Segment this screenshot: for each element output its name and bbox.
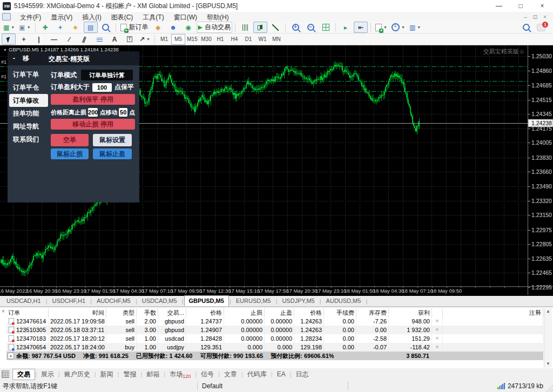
scroll-down-icon[interactable]: ▼ [544,361,552,366]
chart-bars-button[interactable] [238,22,252,33]
terminal-tab-10[interactable]: EA [273,369,290,380]
timeframe-m15[interactable]: M15 [185,34,199,45]
column-header-11[interactable]: 获利 [389,308,432,317]
table-row[interactable]: 1234701832022.05.17 18:20:12sell1.00usdc… [6,334,543,343]
trail-step-input[interactable]: 50 [119,108,127,117]
column-header-4[interactable]: 交易... [158,308,186,317]
chart-close-button[interactable]: × [540,13,550,21]
column-header-9[interactable]: 手续费 [324,308,356,317]
minimize-button[interactable]: — [488,0,510,12]
terminal-close-icon[interactable]: × [2,309,5,314]
chart-tab-usdchfh1[interactable]: USDCHF,H1 [48,296,90,306]
terminal-tab-8[interactable]: 文章 [220,369,241,380]
mouse-settings-button[interactable]: 鼠标设置 [93,134,132,146]
terminal-tab-7[interactable]: 信号 [197,369,218,380]
mouse-takeprofit-button[interactable]: 鼠标止盈 [93,148,132,159]
new-order-button[interactable]: +新订单 [119,22,150,33]
menu-item-2[interactable]: 插入(I) [77,13,106,21]
text-tool[interactable]: A [107,33,122,45]
column-header-2[interactable]: 类型 [106,308,137,317]
chart-tab-audusdm5[interactable]: AUDUSD,M5 [322,296,366,306]
terminal-tab-11[interactable]: 日志 [292,369,313,380]
arrows-tool[interactable]: ↗▼ [138,33,152,45]
chart-tab-usdcadm5[interactable]: USDCAD,M5 [138,296,181,306]
resize-grip[interactable] [545,384,553,392]
zoom-in-button[interactable]: + [288,22,302,33]
terminal-scrollbar[interactable]: ▲ ▼ [544,308,552,368]
close-position-icon[interactable]: × [432,343,443,352]
terminal-tab-3[interactable]: 新闻 [96,369,118,380]
timeframe-m30[interactable]: M30 [199,34,213,45]
column-header-5[interactable]: 价格 [186,308,224,317]
notifications-icon[interactable]: 1 [534,22,548,33]
column-header-7[interactable]: 止盈 [265,308,294,317]
horizontal-line-tool[interactable]: — [47,33,61,45]
column-header-10[interactable]: 库存费 [356,308,389,317]
table-row[interactable]: 1235103052022.05.18 03:37:11sell3.00gbpu… [6,326,543,334]
column-header-1[interactable]: 时间 [49,308,106,317]
trendline-tool[interactable]: ∕ [62,33,76,45]
mouse-stoploss-button[interactable]: 鼠标止损 [51,148,89,159]
chart-minimize-button[interactable]: – [521,13,530,21]
timeframe-d1[interactable]: D1 [241,34,255,45]
fibonacci-tool[interactable] [92,33,106,45]
timeframe-h1[interactable]: H1 [213,34,227,45]
menu-item-4[interactable]: 工具(T) [138,13,168,21]
column-header-13[interactable]: 注释 [443,308,543,317]
column-header-8[interactable]: 价格 [294,308,324,317]
panel-menu-item-5[interactable]: 联系我们 [8,133,50,146]
auto-scroll-toggle[interactable]: ▸ [339,22,353,33]
menu-item-0[interactable]: 文件(F) [15,13,46,21]
terminal-tab-1[interactable]: 展示 [37,369,58,380]
crosshair-tool[interactable]: + [17,33,31,45]
new-chart-button[interactable]: ▦▼ [2,22,16,33]
chart-tab-usdjpym5[interactable]: USDJPY,M5 [278,296,319,306]
trail-distance-input[interactable]: 200 [88,108,98,117]
terminal-tab-2[interactable]: 账户历史 [60,369,95,380]
timeframe-h4[interactable]: H4 [227,34,241,45]
terminal-tab-6[interactable]: 市场120 [165,369,195,380]
chart-candles-button[interactable] [253,22,267,33]
data-window-toggle[interactable]: + [53,22,68,33]
close-position-icon[interactable]: × [432,317,443,326]
text-label-tool[interactable]: T [123,33,137,45]
chart-tab-gbpusdm5[interactable]: GBPUSD,M5 [184,295,229,306]
close-position-icon[interactable]: × [432,334,443,343]
channel-tool[interactable]: ∥ [77,33,91,45]
menu-item-5[interactable]: 窗口(W) [169,13,202,21]
chart-tab-usdcadh1[interactable]: USDCAD,H1 [2,296,45,306]
column-header-6[interactable]: 止损 [224,308,265,317]
panel-menu-item-1[interactable]: 订单平仓 [8,81,50,94]
chart-tab-eurusdm5[interactable]: EURUSD,M5 [232,296,275,306]
terminal-toggle[interactable]: ▤ [84,22,98,33]
strategy-tester-toggle[interactable] [99,22,113,33]
menu-item-6[interactable]: 帮助(H) [202,13,234,21]
maximize-button[interactable]: □ [510,0,531,12]
panel-minimize-button[interactable]: - [13,55,15,62]
terminal-tab-9[interactable]: 代码库 [243,369,271,380]
terminal-tab-5[interactable]: 邮箱 [142,369,164,380]
zoom-out-button[interactable]: − [304,22,318,33]
sell-button[interactable]: 空单 [51,134,89,146]
column-header-0[interactable]: 订单 [6,308,49,317]
order-mode-value-button[interactable]: 订单单独计算 [81,70,133,80]
timeframe-m1[interactable]: M1 [157,34,171,45]
breakeven-toggle-button[interactable]: 盈利保平 停用 [51,94,135,105]
timeframe-m5[interactable]: M5 [171,34,185,45]
table-row[interactable]: 1234766142022.05.17 19:09:58sell2.00gbpu… [6,317,543,326]
panel-menu-item-2[interactable]: 订单修改 [9,94,48,107]
column-header-3[interactable]: 手数 [137,308,158,317]
mql5-community-button[interactable]: ☻ [166,22,180,33]
news-button[interactable]: ◉ [181,22,195,33]
metaeditor-button[interactable]: ◆ [151,22,165,33]
timeframe-w1[interactable]: W1 [255,34,269,45]
panel-move-handle[interactable]: 移 [23,54,29,63]
panel-menu-item-4[interactable]: 网址导航 [8,120,50,133]
vertical-line-tool[interactable]: | [32,33,46,45]
timeframe-mn[interactable]: MN [269,34,284,45]
close-button[interactable]: × [531,0,553,12]
column-header-12[interactable] [432,308,443,317]
profiles-button[interactable]: ▣▼ [17,22,32,33]
chart-tab-audchfm5[interactable]: AUDCHF,M5 [92,296,135,306]
autotrading-button[interactable]: ▶自动交易 [197,22,232,33]
